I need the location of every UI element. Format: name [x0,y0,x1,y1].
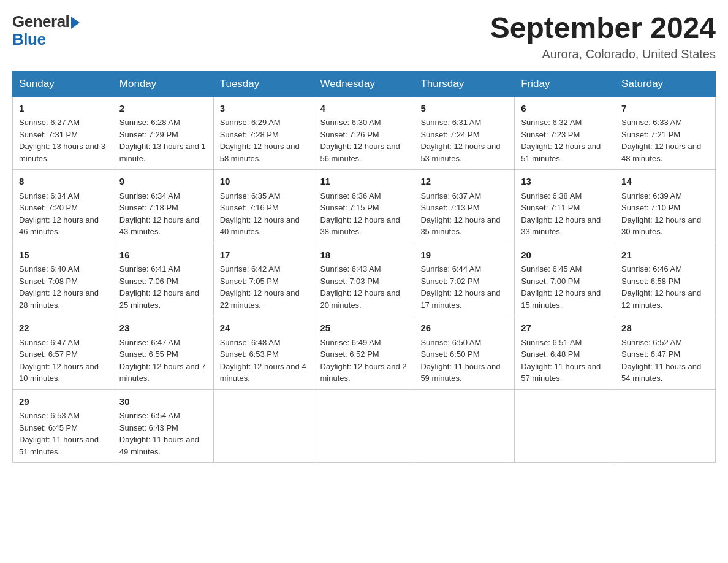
daylight-text: Daylight: 12 hours and 25 minutes. [119,288,199,310]
days-of-week-row: SundayMondayTuesdayWednesdayThursdayFrid… [13,71,716,96]
sunrise-text: Sunrise: 6:38 AM [521,191,582,201]
daylight-text: Daylight: 11 hours and 59 minutes. [420,362,500,383]
sunset-text: Sunset: 7:28 PM [220,130,279,139]
sunset-text: Sunset: 7:02 PM [420,277,479,286]
daylight-text: Daylight: 12 hours and 4 minutes. [220,362,306,383]
calendar-week-row: 29 Sunrise: 6:53 AM Sunset: 6:45 PM Dayl… [13,389,716,463]
day-number: 4 [320,102,408,116]
daylight-text: Daylight: 11 hours and 51 minutes. [19,435,99,456]
day-number: 14 [621,175,709,189]
page-header: General Blue September 2024 Aurora, Colo… [12,12,716,61]
daylight-text: Daylight: 12 hours and 7 minutes. [119,362,206,383]
calendar-header: SundayMondayTuesdayWednesdayThursdayFrid… [13,71,716,96]
calendar-cell [213,389,314,463]
day-number: 12 [420,175,508,189]
sunrise-text: Sunrise: 6:43 AM [320,264,381,274]
day-number: 26 [420,321,508,335]
daylight-text: Daylight: 12 hours and 15 minutes. [521,288,601,310]
day-number: 13 [521,175,609,189]
sunrise-text: Sunrise: 6:31 AM [420,118,481,127]
sunrise-text: Sunrise: 6:34 AM [119,191,180,201]
daylight-text: Daylight: 11 hours and 54 minutes. [621,362,701,383]
calendar-table: SundayMondayTuesdayWednesdayThursdayFrid… [12,71,716,464]
daylight-text: Daylight: 13 hours and 1 minute. [119,142,206,163]
sunrise-text: Sunrise: 6:42 AM [220,264,281,274]
daylight-text: Daylight: 12 hours and 40 minutes. [220,215,300,237]
sunset-text: Sunset: 6:53 PM [220,350,279,359]
sunrise-text: Sunrise: 6:30 AM [320,118,381,127]
sunrise-text: Sunrise: 6:47 AM [19,338,80,347]
calendar-cell: 17 Sunrise: 6:42 AM Sunset: 7:05 PM Dayl… [213,243,314,316]
sunrise-text: Sunrise: 6:49 AM [320,338,381,347]
day-number: 7 [621,102,709,116]
day-number: 1 [19,102,107,116]
calendar-cell: 8 Sunrise: 6:34 AM Sunset: 7:20 PM Dayli… [13,170,113,243]
sunrise-text: Sunrise: 6:37 AM [420,191,481,201]
daylight-text: Daylight: 12 hours and 22 minutes. [220,288,300,310]
sunrise-text: Sunrise: 6:39 AM [621,191,682,201]
day-number: 10 [220,175,308,189]
day-number: 3 [220,102,308,116]
day-number: 20 [521,248,609,262]
calendar-cell: 5 Sunrise: 6:31 AM Sunset: 7:24 PM Dayli… [414,96,515,170]
title-section: September 2024 Aurora, Colorado, United … [490,12,716,61]
day-number: 22 [19,321,107,335]
day-number: 28 [621,321,709,335]
sunrise-text: Sunrise: 6:54 AM [119,411,180,420]
sunrise-text: Sunrise: 6:32 AM [521,118,582,127]
calendar-cell: 21 Sunrise: 6:46 AM Sunset: 6:58 PM Dayl… [615,243,716,316]
calendar-cell: 22 Sunrise: 6:47 AM Sunset: 6:57 PM Dayl… [13,316,113,390]
day-number: 11 [320,175,408,189]
sunrise-text: Sunrise: 6:45 AM [521,264,582,274]
sunrise-text: Sunrise: 6:35 AM [220,191,281,201]
day-number: 21 [621,248,709,262]
calendar-cell: 16 Sunrise: 6:41 AM Sunset: 7:06 PM Dayl… [113,243,213,316]
sunset-text: Sunset: 6:47 PM [621,350,680,359]
calendar-cell: 9 Sunrise: 6:34 AM Sunset: 7:18 PM Dayli… [113,170,213,243]
sunset-text: Sunset: 7:18 PM [119,203,178,212]
calendar-week-row: 1 Sunrise: 6:27 AM Sunset: 7:31 PM Dayli… [13,96,716,170]
calendar-cell: 27 Sunrise: 6:51 AM Sunset: 6:48 PM Dayl… [515,316,615,390]
sunset-text: Sunset: 7:03 PM [320,277,379,286]
location-subtitle: Aurora, Colorado, United States [490,47,716,61]
daylight-text: Daylight: 12 hours and 43 minutes. [119,215,199,237]
sunrise-text: Sunrise: 6:50 AM [420,338,481,347]
daylight-text: Daylight: 12 hours and 33 minutes. [521,215,601,237]
logo: General Blue [12,12,80,49]
calendar-cell: 7 Sunrise: 6:33 AM Sunset: 7:21 PM Dayli… [615,96,716,170]
calendar-cell: 15 Sunrise: 6:40 AM Sunset: 7:08 PM Dayl… [13,243,113,316]
sunrise-text: Sunrise: 6:41 AM [119,264,180,274]
sunrise-text: Sunrise: 6:53 AM [19,411,80,420]
calendar-cell [414,389,515,463]
daylight-text: Daylight: 11 hours and 57 minutes. [521,362,601,383]
day-number: 5 [420,102,508,116]
sunset-text: Sunset: 7:11 PM [521,203,580,212]
sunset-text: Sunset: 6:48 PM [521,350,580,359]
daylight-text: Daylight: 12 hours and 46 minutes. [19,215,99,237]
calendar-cell: 10 Sunrise: 6:35 AM Sunset: 7:16 PM Dayl… [213,170,314,243]
sunset-text: Sunset: 7:20 PM [19,203,78,212]
calendar-cell: 4 Sunrise: 6:30 AM Sunset: 7:26 PM Dayli… [314,96,414,170]
sunset-text: Sunset: 7:29 PM [119,130,178,139]
calendar-cell [314,389,414,463]
day-number: 17 [220,248,308,262]
calendar-cell: 30 Sunrise: 6:54 AM Sunset: 6:43 PM Dayl… [113,389,213,463]
calendar-cell: 24 Sunrise: 6:48 AM Sunset: 6:53 PM Dayl… [213,316,314,390]
calendar-cell: 29 Sunrise: 6:53 AM Sunset: 6:45 PM Dayl… [13,389,113,463]
day-number: 23 [119,321,207,335]
sunset-text: Sunset: 7:16 PM [220,203,279,212]
sunrise-text: Sunrise: 6:29 AM [220,118,281,127]
sunset-text: Sunset: 6:58 PM [621,277,680,286]
calendar-cell [515,389,615,463]
daylight-text: Daylight: 11 hours and 49 minutes. [119,435,199,456]
sunset-text: Sunset: 6:55 PM [119,350,178,359]
sunset-text: Sunset: 7:06 PM [119,277,178,286]
day-number: 8 [19,175,107,189]
day-of-week-header: Thursday [414,71,515,96]
day-number: 9 [119,175,207,189]
sunset-text: Sunset: 7:26 PM [320,130,379,139]
sunset-text: Sunset: 6:52 PM [320,350,379,359]
calendar-cell: 28 Sunrise: 6:52 AM Sunset: 6:47 PM Dayl… [615,316,716,390]
daylight-text: Daylight: 12 hours and 48 minutes. [621,142,701,163]
day-of-week-header: Tuesday [213,71,314,96]
